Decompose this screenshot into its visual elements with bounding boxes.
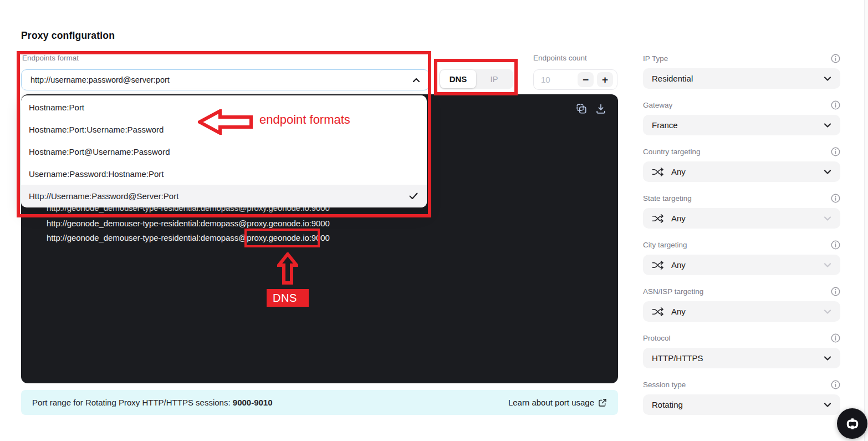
- field-gateway: Gateway France: [643, 100, 840, 135]
- port-info-bar: Port range for Rotating Proxy HTTP/HTTPS…: [21, 390, 618, 415]
- port-range-text: Port range for Rotating Proxy HTTP/HTTPS…: [32, 398, 273, 407]
- shuffle-icon: [652, 307, 663, 317]
- endpoints-count-input[interactable]: [541, 75, 574, 84]
- country-targeting-select[interactable]: Any: [643, 161, 840, 182]
- page-title: Proxy configuration: [21, 30, 115, 42]
- endpoints-count-label: Endpoints count: [533, 54, 587, 62]
- field-city-targeting: City targeting Any: [643, 240, 840, 275]
- chevron-up-icon: [412, 77, 420, 83]
- port-range-value: 9000-9010: [233, 398, 273, 407]
- chevron-down-icon: [824, 123, 831, 128]
- info-icon[interactable]: [831, 147, 840, 156]
- gateway-select[interactable]: France: [643, 115, 840, 135]
- download-icon[interactable]: [595, 103, 607, 115]
- country-targeting-label: Country targeting: [643, 148, 701, 156]
- info-icon[interactable]: [831, 194, 840, 203]
- field-protocol: Protocol HTTP/HTTPS: [643, 333, 840, 368]
- learn-port-usage-link[interactable]: Learn about port usage: [508, 398, 607, 407]
- scrollbar[interactable]: [864, 0, 868, 441]
- chevron-down-icon: [824, 402, 831, 408]
- dropdown-option[interactable]: Username:Password:Hostname:Port: [21, 163, 427, 185]
- session-type-label: Session type: [643, 381, 686, 389]
- ip-type-label: IP Type: [643, 54, 668, 63]
- chevron-down-icon: [824, 356, 831, 361]
- session-type-select[interactable]: Rotating: [643, 394, 840, 415]
- info-icon[interactable]: [831, 380, 840, 389]
- checkmark-icon: [409, 192, 418, 200]
- asn-isp-targeting-select[interactable]: Any: [643, 301, 840, 322]
- info-icon[interactable]: [831, 287, 840, 296]
- endpoints-format-select[interactable]: http://username:password@server:port: [21, 69, 430, 90]
- asn-isp-targeting-label: ASN/ISP targeting: [643, 287, 703, 296]
- proxy-configuration-page: Proxy configuration Endpoints format htt…: [0, 0, 868, 441]
- endpoints-format-value: http://username:password@server:port: [30, 75, 412, 84]
- city-targeting-select[interactable]: Any: [643, 255, 840, 275]
- field-session-type: Session type Rotating: [643, 379, 840, 415]
- dropdown-option-selected[interactable]: Http://Username:Password@Server:Port: [21, 185, 427, 207]
- info-icon[interactable]: [831, 240, 840, 250]
- shuffle-icon: [652, 260, 663, 270]
- chat-widget-button[interactable]: [837, 408, 867, 439]
- targeting-sidebar: IP Type Residential Gateway France: [643, 53, 840, 426]
- field-state-targeting: State targeting Any: [643, 193, 840, 229]
- chevron-down-icon: [824, 262, 831, 268]
- widget-logo-icon: [845, 417, 860, 431]
- state-targeting-label: State targeting: [643, 194, 692, 202]
- endpoints-count-stepper: − +: [533, 69, 617, 90]
- dns-ip-toggle: DNS IP: [439, 69, 513, 89]
- gateway-label: Gateway: [643, 101, 672, 109]
- field-country-targeting: Country targeting Any: [643, 146, 840, 182]
- endpoints-format-label: Endpoints format: [22, 54, 79, 62]
- shuffle-icon: [652, 167, 663, 177]
- chevron-down-icon: [824, 309, 831, 315]
- annotation-arrow-left-icon: [198, 109, 253, 135]
- annotation-arrow-up-icon: [277, 252, 298, 285]
- chevron-down-icon: [824, 169, 831, 175]
- proxy-endpoint-row: http://geonode_demouser-type-residential…: [47, 219, 330, 228]
- annotation-endpoint-formats-text: endpoint formats: [259, 113, 350, 127]
- toggle-ip-button[interactable]: IP: [476, 70, 512, 88]
- ip-type-select[interactable]: Residential: [643, 68, 840, 89]
- proxy-endpoint-row: http://geonode_demouser-type-residential…: [47, 233, 330, 242]
- shuffle-icon: [652, 214, 663, 224]
- field-asn-isp-targeting: ASN/ISP targeting Any: [643, 286, 840, 322]
- dropdown-option[interactable]: Hostname:Port@Username:Password: [21, 140, 427, 163]
- toggle-dns-button[interactable]: DNS: [440, 70, 476, 88]
- copy-icon[interactable]: [575, 103, 588, 115]
- info-icon[interactable]: [831, 54, 840, 63]
- protocol-select[interactable]: HTTP/HTTPS: [643, 348, 840, 368]
- chevron-down-icon: [824, 76, 831, 82]
- state-targeting-select[interactable]: Any: [643, 208, 840, 229]
- info-icon[interactable]: [831, 333, 840, 343]
- decrement-button[interactable]: −: [578, 72, 594, 87]
- external-link-icon: [598, 398, 607, 407]
- annotation-dns-badge: DNS: [267, 289, 309, 307]
- increment-button[interactable]: +: [597, 72, 613, 87]
- info-icon[interactable]: [831, 100, 840, 110]
- city-targeting-label: City targeting: [643, 241, 687, 249]
- protocol-label: Protocol: [643, 334, 671, 342]
- chevron-down-icon: [824, 216, 831, 221]
- field-ip-type: IP Type Residential: [643, 53, 840, 89]
